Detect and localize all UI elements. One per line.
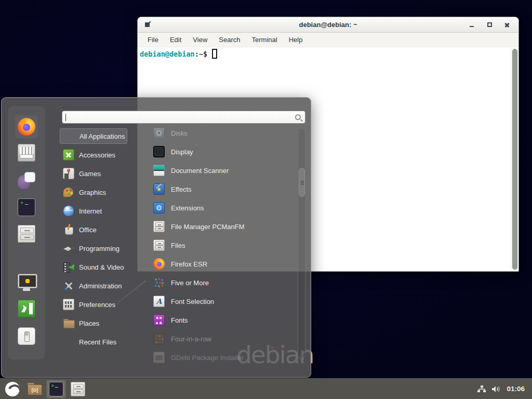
prompt-user: debian@debian xyxy=(140,50,195,58)
scrollbar-grip xyxy=(301,181,304,182)
terminal-app-icon xyxy=(18,198,35,216)
prompt-suffix: :~$ xyxy=(195,50,207,58)
menubar-item-help[interactable]: Help xyxy=(283,34,309,46)
file-manager-task[interactable] xyxy=(69,380,87,398)
sidebar-item-games[interactable]: Games xyxy=(60,164,143,183)
display-icon xyxy=(153,146,165,157)
extensions-icon xyxy=(153,202,165,214)
favorite-terminal[interactable] xyxy=(15,196,38,219)
app-item-label: File Manager PCManFM xyxy=(171,223,245,231)
programming-icon xyxy=(63,243,74,254)
favorite-pidgin[interactable] xyxy=(15,169,38,192)
app-item-font-selection[interactable]: Font Selection xyxy=(138,292,294,311)
games-icon xyxy=(63,168,74,179)
sidebar-item-internet[interactable]: Internet xyxy=(60,202,143,220)
app-item-firefox-esr[interactable]: Firefox ESR xyxy=(138,255,294,273)
application-list: DisksDisplayDocument ScannerEffectsExten… xyxy=(138,124,294,367)
app-item-label: Extensions xyxy=(171,204,204,212)
category-label: All Applications xyxy=(79,132,125,140)
app-item-fonts[interactable]: Fonts xyxy=(138,311,294,329)
volume-icon[interactable] xyxy=(491,385,501,393)
sidebar-item-graphics[interactable]: Graphics xyxy=(60,183,143,202)
terminal-task[interactable] xyxy=(47,380,65,398)
menubar-item-search[interactable]: Search xyxy=(213,34,246,46)
search-box[interactable] xyxy=(62,111,305,124)
shutdown-icon xyxy=(18,327,35,345)
category-label: Accessories xyxy=(79,151,115,159)
app-item-extensions[interactable]: Extensions xyxy=(138,198,294,217)
search-icon xyxy=(295,114,301,120)
sidebar-item-sound-video[interactable]: Sound & Video xyxy=(60,258,143,276)
font-selection-icon xyxy=(153,296,165,307)
app-list-scrollbar[interactable] xyxy=(298,128,305,358)
app-item-document-scanner[interactable]: Document Scanner xyxy=(138,161,294,180)
cabinet-icon xyxy=(71,382,85,396)
five-or-more-icon xyxy=(153,277,165,288)
logout-icon xyxy=(18,300,35,317)
app-item-effects[interactable]: Effects xyxy=(138,180,294,198)
app-item-files[interactable]: Files xyxy=(138,236,294,255)
effects-icon xyxy=(153,183,165,195)
network-icon[interactable] xyxy=(477,385,486,393)
taskbar: 01:06 xyxy=(0,378,532,399)
favorite-lock-screen[interactable] xyxy=(15,271,38,294)
accessories-icon xyxy=(63,149,74,161)
favorite-shutdown[interactable] xyxy=(15,325,38,348)
app-item-file-manager-pcmanfm[interactable]: File Manager PCManFM xyxy=(138,217,294,236)
disks-icon xyxy=(153,127,165,139)
sidebar-item-preferences[interactable]: Preferences xyxy=(60,295,143,314)
sidebar-item-places[interactable]: Places xyxy=(60,314,143,332)
text-caret xyxy=(65,114,66,121)
menubar-item-file[interactable]: File xyxy=(142,34,164,46)
favorite-keyboard-app[interactable] xyxy=(15,141,38,164)
preferences-icon xyxy=(63,299,74,310)
administration-icon xyxy=(63,280,74,291)
menubar-item-edit[interactable]: Edit xyxy=(164,34,187,46)
sidebar-item-recent-files[interactable]: Recent Files xyxy=(60,332,143,351)
sidebar-item-all-applications[interactable]: All Applications xyxy=(60,128,127,144)
app-item-gdebi-package-installer[interactable]: GDebi Package Installer xyxy=(138,348,294,367)
minimize-icon[interactable] xyxy=(469,22,475,28)
category-label: Programming xyxy=(79,245,119,252)
document-scanner-icon xyxy=(153,165,165,176)
menubar-item-view[interactable]: View xyxy=(187,34,213,46)
app-item-label: Four-in-a-row xyxy=(171,335,211,343)
cabinet-icon xyxy=(153,221,165,232)
fonts-icon xyxy=(153,314,165,326)
window-controls xyxy=(469,22,513,28)
app-item-four-in-a-row[interactable]: Four-in-a-row xyxy=(138,329,294,348)
favorite-logout[interactable] xyxy=(15,297,38,320)
app-item-label: Fonts xyxy=(171,316,188,324)
category-label: Preferences xyxy=(79,301,115,309)
terminal-titlebar[interactable]: debian@debian: ~ xyxy=(138,17,518,33)
favorite-file-manager[interactable] xyxy=(15,222,38,245)
sidebar-item-accessories[interactable]: Accessories xyxy=(60,145,143,164)
sidebar-item-office[interactable]: Office xyxy=(60,220,143,239)
terminal-scrollbar[interactable] xyxy=(511,48,518,271)
app-item-display[interactable]: Display xyxy=(138,142,294,161)
app-item-disks[interactable]: Disks xyxy=(138,124,294,142)
app-list-scrollbar-thumb[interactable] xyxy=(299,168,305,197)
pidgin-icon xyxy=(18,171,35,189)
category-label: Office xyxy=(79,226,97,234)
sidebar-item-administration[interactable]: Administration xyxy=(60,276,143,295)
menu-button[interactable] xyxy=(3,380,22,398)
terminal-scrollbar-thumb[interactable] xyxy=(512,49,517,270)
search-input[interactable] xyxy=(67,113,295,121)
maximize-icon[interactable] xyxy=(486,22,493,28)
category-label: Places xyxy=(79,320,99,327)
desktop-folder[interactable] xyxy=(25,380,44,398)
favorite-firefox[interactable] xyxy=(15,115,38,138)
category-label: Internet xyxy=(79,207,102,215)
category-list: All ApplicationsAccessoriesGamesGraphics… xyxy=(60,127,143,351)
clock[interactable]: 01:06 xyxy=(507,385,525,393)
sidebar-item-programming[interactable]: Programming xyxy=(60,239,143,258)
firefox-icon xyxy=(153,258,165,270)
cabinet-icon xyxy=(18,225,35,243)
menubar-item-terminal[interactable]: Terminal xyxy=(246,34,283,46)
app-item-five-or-more[interactable]: Five or More xyxy=(138,273,294,292)
folder-icon xyxy=(63,317,74,329)
close-icon[interactable] xyxy=(504,22,510,28)
office-icon xyxy=(63,224,74,235)
app-item-label: Font Selection xyxy=(171,298,214,305)
